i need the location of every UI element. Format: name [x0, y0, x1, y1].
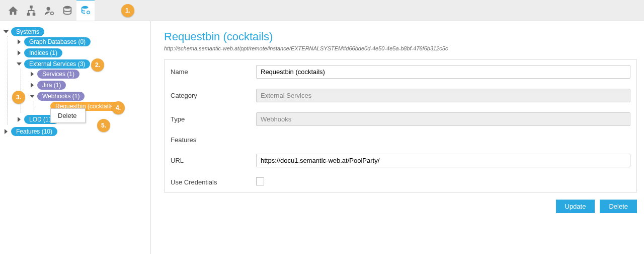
toggle-jira[interactable] [29, 82, 35, 88]
sidebar: Systems Graph Databases (0) [0, 21, 151, 254]
svg-rect-1 [28, 13, 30, 15]
database-icon[interactable] [58, 2, 76, 20]
toggle-webhooks[interactable] [29, 93, 35, 99]
category-field: External Services [256, 89, 630, 102]
node-jira[interactable]: Jira (1) [37, 81, 66, 90]
context-menu: Delete [50, 108, 86, 123]
annotation-2: 2. [91, 58, 104, 72]
category-label: Category [171, 92, 256, 99]
svg-point-5 [64, 6, 71, 9]
svg-point-3 [47, 7, 50, 10]
name-label: Name [171, 68, 256, 76]
annotation-3: 3. [12, 91, 25, 104]
svg-rect-2 [33, 13, 35, 15]
page-uri: http://schema.semantic-web.at/ppt/remote… [164, 45, 637, 51]
top-toolbar [0, 0, 644, 21]
sitemap-icon[interactable] [22, 2, 40, 20]
svg-point-7 [87, 11, 90, 13]
type-label: Type [171, 115, 256, 123]
toggle-services[interactable] [29, 71, 35, 77]
toggle-indices[interactable] [16, 50, 22, 56]
url-input[interactable] [256, 154, 630, 167]
toggle-external-services[interactable] [16, 61, 22, 67]
node-features[interactable]: Features (10) [11, 127, 57, 136]
update-button[interactable]: Update [556, 200, 595, 213]
node-indices[interactable]: Indices (1) [24, 48, 62, 57]
url-label: URL [171, 157, 256, 164]
toggle-lod[interactable] [16, 116, 22, 122]
context-menu-delete[interactable]: Delete [51, 109, 85, 122]
toggle-features[interactable] [3, 129, 9, 135]
svg-point-6 [82, 6, 89, 9]
name-input[interactable] [256, 65, 630, 79]
annotation-1: 1. [121, 4, 134, 17]
node-systems[interactable]: Systems [11, 27, 44, 36]
form-panel: Name Category External Services Type Web… [164, 59, 637, 193]
svg-rect-0 [30, 6, 32, 8]
delete-button[interactable]: Delete [600, 200, 637, 213]
user-settings-icon[interactable] [40, 2, 58, 20]
type-field: Webhooks [256, 112, 630, 126]
database-config-icon[interactable] [76, 0, 95, 21]
credentials-label: Use Credentials [171, 178, 256, 186]
annotation-5: 5. [97, 119, 110, 132]
main-content: Requestbin (cocktails) http://schema.sem… [151, 21, 644, 254]
node-services[interactable]: Services (1) [37, 70, 79, 79]
credentials-checkbox[interactable] [256, 177, 264, 185]
features-label: Features [171, 136, 256, 144]
toggle-graphdb[interactable] [16, 39, 22, 45]
node-graph-databases[interactable]: Graph Databases (0) [24, 37, 91, 46]
page-title: Requestbin (cocktails) [164, 30, 637, 43]
node-webhooks[interactable]: Webhooks (1) [37, 92, 85, 101]
annotation-4: 4. [112, 101, 125, 114]
home-icon[interactable] [4, 2, 22, 20]
node-external-services[interactable]: External Services (3) [24, 59, 90, 69]
toggle-systems[interactable] [3, 29, 9, 35]
